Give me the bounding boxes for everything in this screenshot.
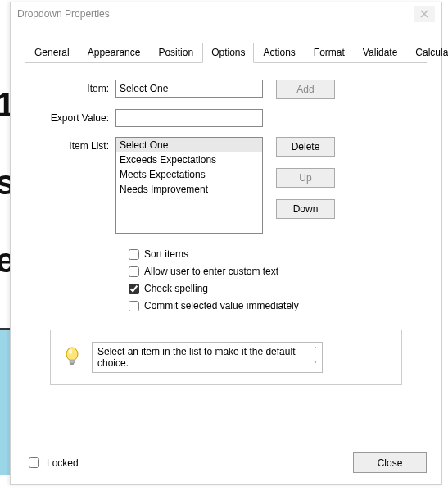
tab-general[interactable]: General bbox=[25, 43, 79, 63]
export-value-label: Export Value: bbox=[34, 109, 115, 124]
allow-custom-checkbox[interactable] bbox=[129, 266, 139, 277]
hint-text-box[interactable]: Select an item in the list to make it th… bbox=[92, 342, 323, 373]
tab-format[interactable]: Format bbox=[305, 43, 354, 63]
export-value-input[interactable] bbox=[115, 109, 263, 127]
check-spelling-check[interactable]: Check spelling bbox=[129, 283, 419, 294]
check-spelling-label: Check spelling bbox=[144, 283, 208, 294]
locked-checkbox[interactable] bbox=[29, 457, 39, 468]
delete-button[interactable]: Delete bbox=[276, 137, 335, 157]
tab-options[interactable]: Options bbox=[202, 43, 254, 63]
close-icon bbox=[420, 10, 428, 18]
hint-spinner[interactable]: ˄ ˅ bbox=[310, 344, 320, 371]
sort-items-checkbox[interactable] bbox=[129, 249, 139, 260]
tab-validate[interactable]: Validate bbox=[354, 43, 406, 63]
dropdown-properties-dialog: Dropdown Properties General Appearance P… bbox=[10, 2, 442, 485]
allow-custom-check[interactable]: Allow user to enter custom text bbox=[129, 266, 419, 277]
list-item[interactable]: Select One bbox=[116, 138, 262, 152]
tab-bar: General Appearance Position Options Acti… bbox=[25, 42, 427, 63]
list-item[interactable]: Meets Expectations bbox=[116, 167, 262, 182]
add-button[interactable]: Add bbox=[276, 80, 335, 99]
commit-checkbox[interactable] bbox=[129, 301, 139, 311]
sort-items-label: Sort items bbox=[144, 248, 188, 260]
window-title: Dropdown Properties bbox=[17, 8, 110, 20]
chevron-down-icon: ˅ bbox=[314, 359, 317, 371]
locked-label: Locked bbox=[47, 457, 79, 469]
list-item[interactable]: Exceeds Expectations bbox=[116, 152, 262, 167]
down-button[interactable]: Down bbox=[276, 199, 335, 219]
up-button[interactable]: Up bbox=[276, 168, 335, 188]
locked-check[interactable]: Locked bbox=[25, 455, 79, 471]
checkbox-group: Sort items Allow user to enter custom te… bbox=[129, 248, 419, 311]
item-list-label: Item List: bbox=[34, 137, 115, 152]
commit-check[interactable]: Commit selected value immediately bbox=[129, 300, 419, 311]
svg-point-0 bbox=[66, 348, 78, 361]
allow-custom-label: Allow user to enter custom text bbox=[144, 266, 278, 277]
item-list-box[interactable]: Select One Exceeds Expectations Meets Ex… bbox=[115, 137, 263, 234]
hint-text: Select an item in the list to make it th… bbox=[97, 346, 295, 369]
sort-items-check[interactable]: Sort items bbox=[129, 248, 419, 260]
check-spelling-checkbox[interactable] bbox=[129, 284, 139, 294]
window-close-button[interactable] bbox=[414, 6, 435, 22]
titlebar: Dropdown Properties bbox=[11, 2, 441, 25]
list-item[interactable]: Needs Improvement bbox=[116, 182, 262, 197]
svg-rect-2 bbox=[70, 360, 75, 363]
tab-appearance[interactable]: Appearance bbox=[79, 43, 150, 63]
tab-actions[interactable]: Actions bbox=[254, 43, 304, 63]
tab-position[interactable]: Position bbox=[149, 43, 202, 63]
close-button[interactable]: Close bbox=[353, 452, 427, 473]
svg-point-1 bbox=[69, 349, 73, 354]
commit-label: Commit selected value immediately bbox=[144, 300, 299, 311]
item-label: Item: bbox=[34, 80, 115, 94]
chevron-up-icon: ˄ bbox=[314, 344, 317, 356]
tab-calculate[interactable]: Calculate bbox=[406, 43, 448, 63]
hint-box: Select an item in the list to make it th… bbox=[50, 330, 402, 385]
dialog-footer: Locked Close bbox=[11, 441, 441, 484]
svg-rect-3 bbox=[70, 363, 74, 365]
lightbulb-icon bbox=[64, 346, 80, 369]
item-input[interactable] bbox=[115, 80, 263, 98]
